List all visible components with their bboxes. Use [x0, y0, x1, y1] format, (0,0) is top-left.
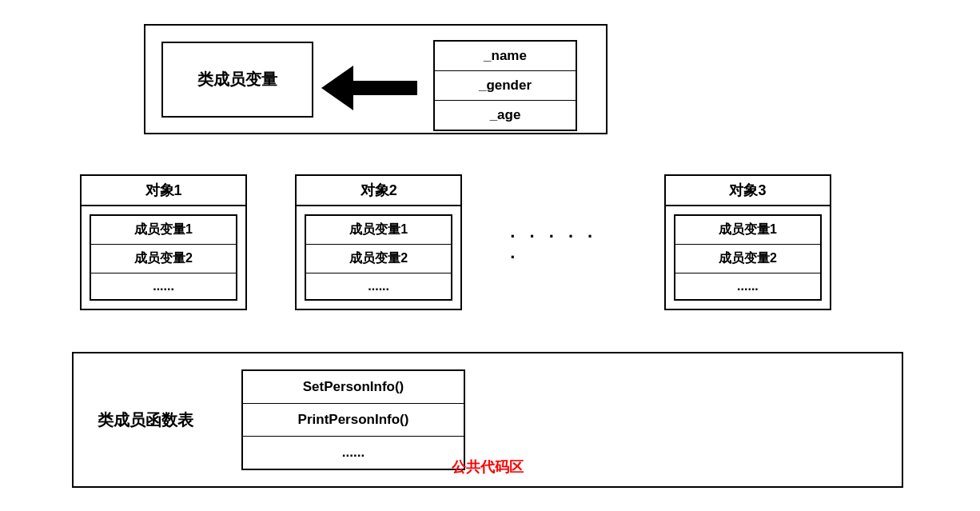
object-box-2: 对象2 成员变量1 成员变量2 ......: [295, 174, 462, 310]
object-box-3: 对象3 成员变量1 成员变量2 ......: [664, 174, 831, 310]
obj1-row3: ......: [91, 273, 236, 299]
middle-section: 对象1 成员变量1 成员变量2 ...... 对象2 成员变量1 成员变量2 .…: [80, 172, 879, 312]
class-label-text: 类成员变量: [197, 69, 277, 90]
obj3-row3: ......: [675, 273, 820, 299]
obj1-row2: 成员变量2: [91, 245, 236, 273]
object-2-inner: 成员变量1 成员变量2 ......: [305, 214, 452, 301]
object-3-inner: 成员变量1 成员变量2 ......: [674, 214, 822, 301]
middle-ellipsis: . . . . . .: [510, 222, 616, 263]
page: 类成员变量 _name _gender _age 对象1 成员变量1 成员变量2…: [0, 0, 980, 511]
function-box: SetPersonInfo() PrintPersonInfo() ......: [241, 369, 465, 470]
field-gender: _gender: [435, 71, 576, 101]
obj2-row1: 成员变量1: [306, 216, 451, 245]
object-box-1: 对象1 成员变量1 成员变量2 ......: [80, 174, 247, 310]
obj2-row3: ......: [306, 273, 451, 299]
bottom-section: 类成员函数表 SetPersonInfo() PrintPersonInfo()…: [72, 352, 903, 488]
obj1-row1: 成员变量1: [91, 216, 236, 245]
obj2-row2: 成员变量2: [306, 245, 451, 273]
arrow-body: [353, 81, 417, 95]
class-label-box: 类成员变量: [161, 42, 313, 118]
func-row-1: SetPersonInfo(): [243, 371, 464, 404]
field-name: _name: [435, 42, 576, 71]
fields-box: _name _gender _age: [433, 40, 577, 131]
arrow-left: [321, 66, 417, 110]
object-2-title: 对象2: [297, 176, 460, 206]
public-code-label: 公共代码区: [452, 457, 524, 477]
obj3-row1: 成员变量1: [675, 216, 820, 245]
object-3-title: 对象3: [666, 176, 830, 206]
arrow-head: [321, 66, 353, 110]
func-row-2: PrintPersonInfo(): [243, 404, 464, 437]
object-1-inner: 成员变量1 成员变量2 ......: [90, 214, 237, 301]
func-row-3: ......: [243, 437, 464, 469]
field-age: _age: [435, 101, 576, 130]
class-outer-box: 类成员变量 _name _gender _age: [144, 24, 608, 134]
obj3-row2: 成员变量2: [675, 245, 820, 273]
top-section: 类成员变量 _name _gender _age: [144, 24, 623, 136]
function-table-label: 类成员函数表: [98, 409, 193, 431]
object-1-title: 对象1: [82, 176, 245, 206]
